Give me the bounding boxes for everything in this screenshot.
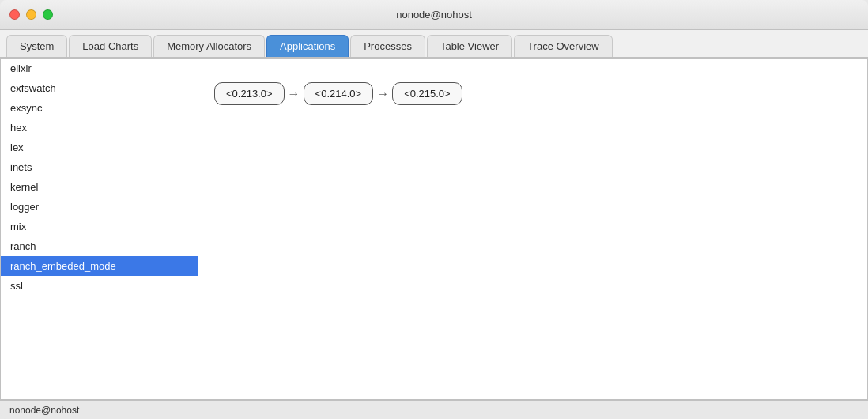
tab-load-charts[interactable]: Load Charts	[69, 35, 152, 57]
list-item-kernel[interactable]: kernel	[1, 177, 198, 197]
maximize-button[interactable]	[43, 9, 53, 20]
list-item-logger[interactable]: logger	[1, 197, 198, 217]
window-title: nonode@nohost	[396, 9, 472, 21]
list-item-iex[interactable]: iex	[1, 138, 198, 157]
tab-table-viewer[interactable]: Table Viewer	[427, 35, 512, 57]
status-text: nonode@nohost	[9, 405, 79, 416]
node-chain: <0.213.0>→<0.214.0>→<0.215.0>	[214, 82, 462, 105]
list-item-exsync[interactable]: exsync	[1, 98, 198, 118]
window-controls	[9, 9, 53, 20]
list-item-elixir[interactable]: elixir	[1, 59, 198, 78]
list-item-ssl[interactable]: ssl	[1, 276, 198, 296]
application-list: elixirexfswatchexsynchexiexinetskernello…	[1, 59, 198, 399]
close-button[interactable]	[9, 9, 20, 20]
status-bar: nonode@nohost	[0, 400, 868, 419]
list-item-ranch_embeded_mode[interactable]: ranch_embeded_mode	[1, 256, 198, 276]
tab-trace-overview[interactable]: Trace Overview	[514, 35, 613, 57]
arrow-icon: →	[373, 87, 392, 101]
tab-system[interactable]: System	[6, 35, 67, 57]
graph-node-node1[interactable]: <0.213.0>	[214, 82, 285, 105]
arrow-icon: →	[285, 87, 304, 101]
graph-node-node2[interactable]: <0.214.0>	[304, 82, 374, 105]
tab-applications[interactable]: Applications	[266, 35, 349, 57]
tab-bar: SystemLoad ChartsMemory AllocatorsApplic…	[0, 30, 868, 58]
list-item-exfswatch[interactable]: exfswatch	[1, 78, 198, 98]
list-item-mix[interactable]: mix	[1, 217, 198, 236]
title-bar: nonode@nohost	[0, 0, 868, 30]
tab-processes[interactable]: Processes	[350, 35, 425, 57]
list-item-hex[interactable]: hex	[1, 118, 198, 138]
graph-node-node3[interactable]: <0.215.0>	[392, 82, 462, 105]
graph-area: <0.213.0>→<0.214.0>→<0.215.0>	[198, 59, 867, 399]
main-content: elixirexfswatchexsynchexiexinetskernello…	[0, 58, 868, 400]
tab-memory-allocators[interactable]: Memory Allocators	[153, 35, 265, 57]
minimize-button[interactable]	[26, 9, 36, 20]
list-item-ranch[interactable]: ranch	[1, 236, 198, 256]
list-item-inets[interactable]: inets	[1, 157, 198, 177]
